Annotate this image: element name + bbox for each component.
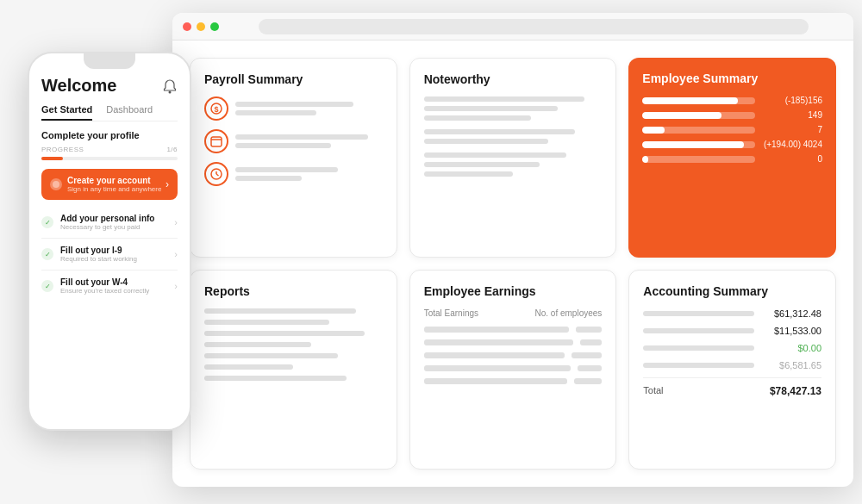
list-item-0-sub: Necessary to get you paid: [60, 223, 154, 231]
list-item-0-arrow: ›: [174, 217, 178, 227]
browser-dot-maximize[interactable]: [210, 22, 219, 31]
list-item-1-main: Fill out your I-9: [60, 246, 137, 255]
browser-bar: [172, 13, 853, 40]
phone-progress-bar: [41, 157, 178, 160]
employee-earnings-title: Employee Earnings: [424, 284, 603, 298]
earnings-row-4: [424, 365, 603, 371]
cta-arrow-icon: ›: [166, 178, 169, 190]
emp-row-4: 0: [642, 154, 822, 164]
earnings-row-2: [424, 339, 603, 345]
employee-earnings-card: Employee Earnings Total Earnings No. of …: [409, 270, 617, 470]
accounting-summary-card: Accounting Summary $61,312.48 $11,533.00…: [628, 270, 836, 470]
phone-progress-fill: [41, 157, 63, 160]
acct-row-0: $61,312.48: [643, 308, 821, 319]
payroll-item-2: [204, 129, 383, 153]
reports-content: [204, 308, 383, 381]
phone-cta-button[interactable]: Create your account Sign in any time and…: [41, 169, 178, 200]
bell-icon[interactable]: [162, 78, 178, 94]
svg-text:$: $: [214, 105, 218, 114]
payroll-item-3: [204, 162, 383, 186]
cta-main-text: Create your account: [67, 176, 161, 185]
emp-row-2: 7: [642, 125, 822, 134]
phone-section-title: Complete your profile: [41, 130, 178, 140]
list-item-2-sub: Ensure you're taxed correctly: [60, 287, 149, 295]
employee-summary-title: Employee Summary: [642, 72, 822, 85]
acct-total-row: Total $78,427.13: [643, 385, 821, 397]
list-item-0-main: Add your personal info: [60, 214, 154, 223]
svg-point-7: [169, 90, 172, 93]
browser-dot-close[interactable]: [183, 22, 191, 31]
phone-notch: [84, 53, 135, 69]
reports-title: Reports: [204, 284, 383, 298]
accounting-summary-title: Accounting Summary: [643, 284, 821, 298]
emp-row-1: 149: [642, 110, 822, 120]
svg-point-8: [53, 181, 59, 188]
acct-row-3: $6,581.65: [643, 360, 821, 370]
earnings-row-1: [424, 327, 603, 333]
earnings-row-3: [424, 352, 603, 358]
phone-tabs: Get Started Dashboard: [41, 104, 178, 121]
employee-summary-rows: (-185)156 149 7 (+194.00) 4024: [642, 96, 822, 164]
acct-row-1: $11,533.00: [643, 326, 821, 336]
payroll-summary-title: Payroll Summary: [204, 72, 383, 86]
noteworthy-card: Noteworthy: [409, 58, 617, 258]
cta-check-icon: [50, 178, 62, 190]
browser-url-bar[interactable]: [259, 19, 809, 34]
payroll-summary-card: Payroll Summary $: [190, 58, 397, 258]
phone-header: Welcome: [41, 76, 178, 96]
earnings-rows: [424, 327, 603, 384]
browser-window: Payroll Summary $: [172, 13, 853, 487]
clock-icon: [204, 162, 228, 186]
check-circle-icon-1: ✓: [41, 248, 53, 260]
phone-list-item-0[interactable]: ✓ Add your personal info Necessary to ge…: [41, 207, 178, 239]
tab-dashboard[interactable]: Dashboard: [106, 104, 153, 121]
list-item-2-main: Fill out your W-4: [60, 277, 149, 287]
cta-sub-text: Sign in any time and anywhere: [67, 185, 161, 193]
noteworthy-content: [424, 96, 603, 177]
list-item-1-arrow: ›: [174, 249, 178, 259]
check-circle-icon-0: ✓: [41, 216, 53, 228]
browser-dot-minimize[interactable]: [197, 22, 205, 31]
tab-get-started[interactable]: Get Started: [41, 104, 92, 121]
phone-list-item-1[interactable]: ✓ Fill out your I-9 Required to start wo…: [41, 239, 178, 271]
phone-progress-label: PROGRESS 1/6: [41, 146, 178, 153]
svg-line-6: [216, 174, 219, 176]
mobile-phone: Welcome Get Started Dashboard Complete y…: [28, 52, 191, 431]
phone-list-item-2[interactable]: ✓ Fill out your W-4 Ensure you're taxed …: [41, 271, 178, 302]
acct-row-2: $0.00: [643, 343, 821, 353]
dashboard-grid: Payroll Summary $: [172, 40, 853, 487]
emp-row-3: (+194.00) 4024: [642, 140, 822, 149]
svg-rect-2: [211, 137, 222, 146]
check-circle-icon-2: ✓: [41, 280, 53, 292]
phone-welcome-text: Welcome: [41, 76, 116, 96]
noteworthy-title: Noteworthy: [424, 72, 603, 86]
emp-row-0: (-185)156: [642, 96, 822, 105]
employee-summary-card: Employee Summary (-185)156 149 7: [628, 58, 836, 258]
dollar-icon: $: [204, 96, 228, 121]
earnings-row-5: [424, 378, 603, 384]
calendar-icon: [204, 129, 228, 153]
earnings-header: Total Earnings No. of employees: [424, 308, 603, 318]
payroll-item-1: $: [204, 96, 383, 121]
phone-content: Welcome Get Started Dashboard Complete y…: [29, 69, 190, 308]
list-item-2-arrow: ›: [174, 281, 178, 291]
scene: Payroll Summary $: [0, 0, 862, 504]
list-item-1-sub: Required to start working: [60, 255, 137, 263]
reports-card: Reports: [190, 270, 397, 470]
